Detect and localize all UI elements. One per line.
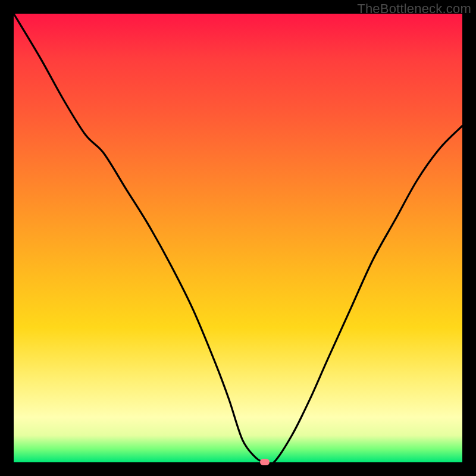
curve-path (14, 14, 462, 462)
plot-area (14, 14, 462, 462)
bottleneck-curve (14, 14, 462, 462)
optimum-marker (260, 459, 270, 465)
watermark-text: TheBottleneck.com (357, 1, 471, 17)
chart-frame: TheBottleneck.com (0, 0, 476, 476)
